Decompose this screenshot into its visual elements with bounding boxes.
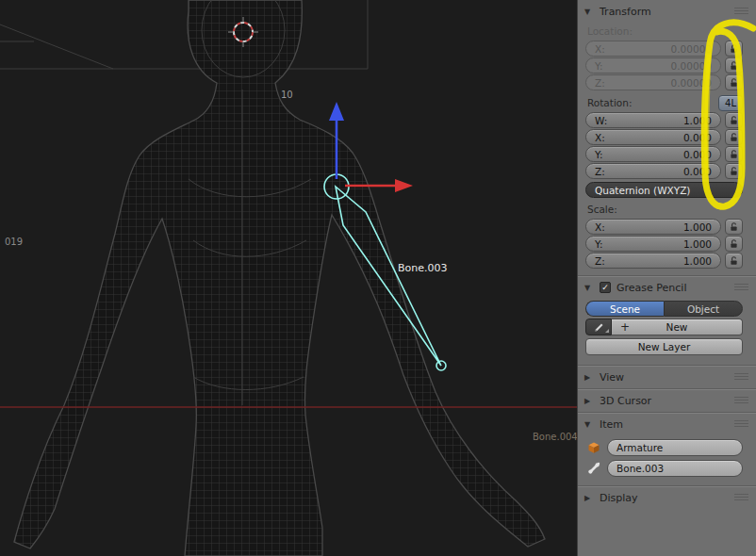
location-z-field[interactable]: Z: 0.00000: [585, 74, 721, 90]
axis-value: 0.00000: [671, 43, 712, 55]
rotation-z-field[interactable]: Z: 0.000: [585, 163, 721, 179]
armature-name-field[interactable]: Armature: [607, 439, 743, 456]
rotation-z-row: Z: 0.000: [585, 163, 743, 179]
rotation-y-lock-button[interactable]: [725, 146, 743, 162]
axis-value: 0.00000: [671, 77, 712, 89]
rotation-x-field[interactable]: X: 0.000: [585, 129, 721, 145]
new-layer-button[interactable]: New Layer: [585, 338, 743, 355]
rotation-w-field[interactable]: W: 1.000: [585, 112, 721, 128]
grease-pencil-source-tabs: Scene Object: [585, 301, 743, 317]
axis-label: X:: [595, 43, 605, 55]
grease-pencil-new-button[interactable]: + New: [612, 319, 743, 335]
axis-label: Z:: [595, 166, 605, 177]
panel-grip-icon[interactable]: [734, 494, 748, 502]
collapse-triangle-icon[interactable]: ▶: [584, 397, 594, 405]
panel-header-display[interactable]: ▶ Display: [578, 486, 756, 509]
axis-label: Y:: [595, 60, 603, 72]
panel-title: Transform: [600, 6, 729, 18]
panel-grip-icon[interactable]: [734, 373, 748, 382]
panel-header-transform[interactable]: ▼ Transform: [578, 0, 756, 23]
lock-open-icon: [730, 150, 738, 159]
location-z-row: Z: 0.00000: [585, 74, 743, 90]
location-y-field[interactable]: Y: 0.00000: [585, 57, 721, 74]
axis-label: Y:: [595, 238, 603, 250]
panel-title: 3D Cursor: [600, 395, 729, 407]
panel-title: Grease Pencil: [616, 282, 729, 294]
rotation-w-row: W: 1.000: [585, 112, 743, 128]
rotation-4l-toggle-button[interactable]: 4L: [718, 95, 743, 111]
location-y-row: Y: 0.00000: [585, 57, 743, 74]
panel-header-view[interactable]: ▶ View: [578, 366, 756, 388]
panel-grip-icon[interactable]: [734, 397, 748, 405]
scale-x-lock-button[interactable]: [725, 219, 743, 235]
location-y-lock-button[interactable]: [725, 57, 743, 74]
bone-name-row: Bone.003: [585, 459, 743, 477]
panel-grip-icon[interactable]: [734, 420, 748, 429]
bone-label-secondary: Bone.004: [533, 432, 577, 442]
grease-pencil-icon-menu[interactable]: [585, 319, 612, 335]
lock-open-icon: [730, 239, 738, 249]
rotation-label: Rotation:: [587, 97, 632, 108]
grease-pencil-checkbox[interactable]: ✓: [600, 282, 611, 293]
scale-y-row: Y: 1.000: [585, 236, 743, 252]
scale-z-row: Z: 1.000: [585, 253, 743, 269]
expand-triangle-icon[interactable]: ▼: [584, 420, 594, 429]
new-button-label: New: [666, 321, 688, 333]
panel-header-grease-pencil[interactable]: ▼ ✓ Grease Pencil: [578, 276, 756, 299]
axis-value: 1.000: [683, 221, 712, 233]
scale-z-field[interactable]: Z: 1.000: [585, 253, 721, 269]
rotation-x-lock-button[interactable]: [725, 129, 743, 145]
pencil-icon: [593, 321, 605, 334]
axis-label: W:: [595, 115, 607, 126]
scale-x-row: X: 1.000: [585, 219, 743, 235]
lock-open-icon: [730, 167, 738, 176]
location-label: Location:: [578, 23, 756, 40]
expand-triangle-icon[interactable]: ▼: [584, 284, 594, 292]
panel-grip-icon[interactable]: [734, 284, 748, 292]
rotation-x-row: X: 0.000: [585, 129, 743, 145]
viewport-canvas[interactable]: Bone.003 Bone.004 10 019: [0, 0, 577, 556]
panel-header-3d-cursor[interactable]: ▶ 3D Cursor: [578, 389, 756, 412]
rotation-y-row: Y: 0.000: [585, 146, 743, 162]
scale-y-lock-button[interactable]: [725, 236, 743, 252]
location-x-field[interactable]: X: 0.00000: [585, 41, 721, 57]
scale-label: Scale:: [578, 201, 756, 218]
rotation-mode-dropdown[interactable]: Quaternion (WXYZ): [585, 182, 743, 198]
axis-value: 0.00000: [671, 60, 712, 72]
bone-name-field[interactable]: Bone.003: [607, 460, 743, 477]
axis-value: 0.000: [683, 149, 712, 160]
panel-header-item[interactable]: ▼ Item: [578, 413, 756, 435]
tab-scene[interactable]: Scene: [585, 301, 664, 317]
scale-x-field[interactable]: X: 1.000: [585, 219, 721, 235]
collapse-triangle-icon[interactable]: ▶: [584, 494, 594, 502]
plus-icon: +: [620, 320, 630, 334]
blender-window: Bone.003 Bone.004 10 019 ▼ Transform Loc…: [0, 0, 756, 556]
lock-open-icon: [730, 78, 738, 88]
location-z-lock-button[interactable]: [725, 74, 743, 90]
lock-open-icon: [730, 116, 738, 125]
panel-title: Item: [600, 418, 729, 431]
rotation-z-lock-button[interactable]: [725, 163, 743, 179]
tab-object[interactable]: Object: [664, 301, 743, 317]
collapse-triangle-icon[interactable]: ▶: [584, 373, 594, 382]
lock-open-icon: [730, 133, 738, 142]
panel-title: View: [600, 371, 729, 384]
location-x-row: X: 0.00000: [585, 41, 743, 57]
axis-label: Y:: [595, 149, 603, 160]
expand-triangle-icon[interactable]: ▼: [584, 8, 594, 16]
axis-value: 1.000: [683, 115, 712, 126]
rotation-y-field[interactable]: Y: 0.000: [585, 146, 721, 162]
axis-label: Z:: [595, 77, 605, 89]
armature-name-row: Armature: [585, 438, 743, 456]
scale-z-lock-button[interactable]: [725, 253, 743, 269]
3d-viewport[interactable]: Bone.003 Bone.004 10 019: [0, 0, 577, 556]
axis-label: X:: [595, 132, 605, 143]
rotation-w-lock-button[interactable]: [725, 112, 743, 128]
panel-grip-icon[interactable]: [734, 8, 748, 16]
mesh-tag-a: 10: [281, 90, 293, 100]
axis-value: 0.000: [683, 166, 712, 177]
panel-title: Display: [600, 492, 729, 504]
location-x-lock-button[interactable]: [725, 41, 743, 57]
scale-y-field[interactable]: Y: 1.000: [585, 236, 721, 252]
axis-value: 0.000: [683, 132, 712, 143]
